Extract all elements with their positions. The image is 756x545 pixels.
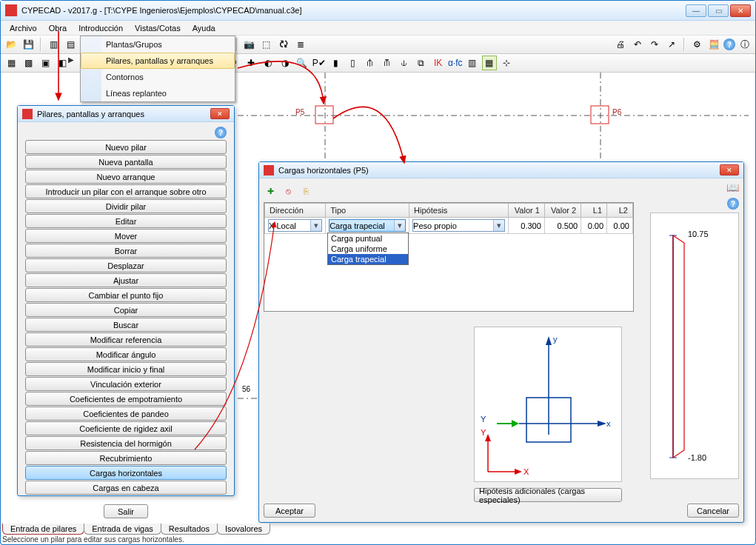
pillar-btn-20[interactable]: Resistencia del hormigón bbox=[25, 436, 227, 450]
pillar-btn-9[interactable]: Ajustar bbox=[25, 273, 227, 287]
dm-pilares[interactable]: Pilares, pantallas y arranques bbox=[81, 53, 235, 69]
pillar-btn-10[interactable]: Cambiar el punto fijo bbox=[25, 288, 227, 302]
pillars-panel-close[interactable]: ✕ bbox=[210, 108, 230, 119]
tb2-22[interactable]: ▦ bbox=[482, 56, 497, 70]
refresh-icon[interactable]: 🗘 bbox=[276, 37, 291, 52]
tb2-4[interactable]: ◧ bbox=[55, 56, 70, 70]
tb2-10[interactable]: ◑ bbox=[278, 56, 292, 70]
th-tipo[interactable]: Tipo bbox=[326, 204, 409, 218]
th-l1[interactable]: L1 bbox=[581, 204, 607, 218]
tool-z1[interactable]: 🧮 bbox=[706, 37, 721, 52]
dd-opt-1[interactable]: Carga uniforme bbox=[328, 244, 408, 254]
tb2-11[interactable]: 🔍 bbox=[295, 56, 310, 70]
pillar-btn-1[interactable]: Nueva pantalla bbox=[25, 155, 227, 169]
manual-icon[interactable]: 📖 bbox=[726, 181, 739, 193]
pillar-btn-22[interactable]: Cargas horizontales bbox=[25, 466, 227, 480]
tb2-12[interactable]: P✔ bbox=[312, 56, 327, 70]
pillar-btn-19[interactable]: Coeficiente de rigidez axil bbox=[25, 421, 227, 435]
tb2-18[interactable]: ⧉ bbox=[414, 56, 429, 70]
th-v2[interactable]: Valor 2 bbox=[544, 204, 581, 218]
cell-direccion[interactable]: X Local▾ bbox=[268, 219, 322, 232]
dm-contornos[interactable]: Contornos bbox=[81, 69, 235, 85]
accept-button[interactable]: Aceptar bbox=[264, 504, 315, 518]
pillar-btn-16[interactable]: Vinculación exterior bbox=[25, 377, 227, 391]
cargas-grid[interactable]: Dirección Tipo Hipótesis Valor 1 Valor 2… bbox=[264, 202, 634, 312]
tb2-9[interactable]: ◐ bbox=[261, 56, 275, 70]
add-row-icon[interactable]: ✚ bbox=[264, 184, 277, 198]
redo-icon[interactable]: ↷ bbox=[647, 37, 662, 52]
cell-l2[interactable]: 0.00 bbox=[607, 218, 633, 234]
tb2-15[interactable]: ⫛ bbox=[363, 56, 378, 70]
pillar-btn-15[interactable]: Modificar inicio y final bbox=[25, 362, 227, 376]
cell-hipotesis[interactable]: Peso propio▾ bbox=[412, 219, 504, 232]
info-icon[interactable]: ⓘ bbox=[737, 37, 752, 52]
grid-row[interactable]: X Local▾ Carga trapecial▾ Peso propio▾ 0… bbox=[265, 218, 633, 234]
camera-icon[interactable]: 📷 bbox=[242, 37, 257, 52]
th-direccion[interactable]: Dirección bbox=[265, 204, 326, 218]
tab-entrada-vigas[interactable]: Entrada de vigas bbox=[84, 524, 161, 535]
cancel-button[interactable]: Cancelar bbox=[687, 504, 739, 518]
cell-tipo[interactable]: Carga trapecial▾ bbox=[329, 219, 406, 232]
pillars-help-icon[interactable]: ? bbox=[215, 127, 227, 138]
export-icon[interactable]: ↗ bbox=[664, 37, 679, 52]
close-button[interactable]: ✕ bbox=[730, 4, 751, 17]
delete-row-icon[interactable]: ⦸ bbox=[281, 184, 295, 198]
pillar-btn-5[interactable]: Editar bbox=[25, 214, 227, 228]
chevron-down-icon[interactable]: ▾ bbox=[493, 220, 504, 231]
maximize-button[interactable]: ▭ bbox=[708, 4, 729, 17]
pillar-btn-17[interactable]: Coeficientes de empotramiento bbox=[25, 392, 227, 406]
cell-l1[interactable]: 0.00 bbox=[581, 218, 607, 234]
help-icon[interactable]: ? bbox=[723, 39, 735, 50]
pillar-btn-8[interactable]: Desplazar bbox=[25, 258, 227, 272]
tb2-14[interactable]: ▯ bbox=[346, 56, 361, 70]
tipo-dropdown[interactable]: Carga puntual Carga uniforme Carga trape… bbox=[327, 233, 409, 265]
pillar-btn-12[interactable]: Buscar bbox=[25, 318, 227, 332]
menu-introduccion[interactable]: Introducción bbox=[73, 22, 129, 34]
chevron-down-icon[interactable]: ▾ bbox=[310, 220, 321, 231]
dd-opt-2[interactable]: Carga trapecial bbox=[328, 254, 408, 264]
pillar-btn-13[interactable]: Modificar referencia bbox=[25, 332, 227, 347]
cell-v1[interactable]: 0.300 bbox=[508, 218, 544, 234]
pillar-btn-0[interactable]: Nuevo pilar bbox=[25, 140, 227, 154]
tb2-17[interactable]: ⫝ bbox=[397, 56, 412, 70]
pillar-btn-23[interactable]: Cargas en cabeza bbox=[25, 481, 227, 495]
dm-plantas[interactable]: Plantas/Grupos bbox=[81, 36, 235, 53]
chevron-down-icon[interactable]: ▾ bbox=[394, 220, 405, 231]
tb2-21[interactable]: ▥ bbox=[465, 56, 480, 70]
dd-opt-0[interactable]: Carga puntual bbox=[328, 233, 408, 244]
minimize-button[interactable]: — bbox=[686, 4, 706, 17]
copy-row-icon[interactable]: ⎘ bbox=[299, 184, 312, 198]
view3d-icon[interactable]: ⬚ bbox=[259, 37, 274, 52]
menu-archivo[interactable]: Archivo bbox=[4, 22, 43, 34]
dm-lineas[interactable]: Líneas replanteo bbox=[81, 85, 235, 101]
open-icon[interactable]: 📂 bbox=[4, 37, 19, 52]
tb2-13[interactable]: ▮ bbox=[329, 56, 344, 70]
tab-isovalores[interactable]: Isovalores bbox=[217, 524, 270, 535]
pillar-btn-4[interactable]: Dividir pilar bbox=[25, 199, 227, 213]
hypothesis-button[interactable]: Hipótesis adicionales (cargas especiales… bbox=[474, 488, 622, 502]
save-icon[interactable]: 💾 bbox=[21, 37, 36, 52]
pillars-exit-button[interactable]: Salir bbox=[104, 504, 148, 518]
menu-obra[interactable]: Obra bbox=[43, 22, 73, 34]
tb2-1[interactable]: ▦ bbox=[4, 56, 19, 70]
pillar-btn-6[interactable]: Mover bbox=[25, 229, 227, 243]
layers-icon[interactable]: ≣ bbox=[293, 37, 308, 52]
tb2-16[interactable]: ⫚ bbox=[380, 56, 395, 70]
pillar-btn-14[interactable]: Modificar ángulo bbox=[25, 347, 227, 361]
pillar-btn-21[interactable]: Recubrimiento bbox=[25, 451, 227, 465]
pillar-btn-2[interactable]: Nuevo arranque bbox=[25, 170, 227, 184]
th-hipotesis[interactable]: Hipótesis bbox=[409, 204, 508, 218]
tab-entrada-pilares[interactable]: Entrada de pilares bbox=[2, 524, 84, 535]
cell-v2[interactable]: 0.500 bbox=[544, 218, 581, 234]
print-icon[interactable]: 🖨 bbox=[613, 37, 628, 52]
pillar-btn-11[interactable]: Copiar bbox=[25, 303, 227, 317]
cargas-help-icon[interactable]: ? bbox=[727, 198, 739, 210]
tool-a2[interactable]: ▤ bbox=[63, 37, 78, 52]
tb2-19[interactable]: IK bbox=[431, 56, 446, 70]
tab-resultados[interactable]: Resultados bbox=[161, 524, 218, 535]
tb2-23[interactable]: ⊹ bbox=[499, 56, 514, 70]
menu-ayuda[interactable]: Ayuda bbox=[187, 22, 221, 34]
th-v1[interactable]: Valor 1 bbox=[508, 204, 544, 218]
tb2-3[interactable]: ▣ bbox=[38, 56, 53, 70]
tb2-20[interactable]: α·fc bbox=[448, 56, 463, 70]
